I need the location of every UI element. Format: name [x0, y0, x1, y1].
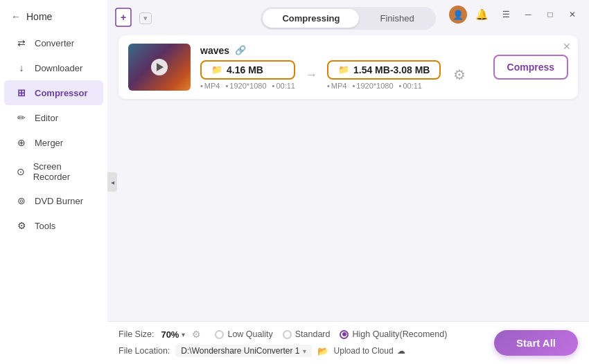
sidebar-item-downloader[interactable]: ↓ Downloader: [4, 55, 103, 80]
percent-chevron-icon: ▾: [182, 331, 185, 338]
quality-high-label: High Quality(Recomend): [352, 329, 447, 339]
tab-finished[interactable]: Finished: [360, 9, 433, 28]
original-size-value: 4.16 MB: [227, 64, 263, 75]
sidebar-item-tools[interactable]: ⚙ Tools: [4, 213, 103, 238]
sidebar-label-compressor: Compressor: [35, 88, 88, 98]
compressor-icon: ⊞: [15, 87, 28, 99]
bottom-left-panel: File Size: 70% ▾ ⚙ Low Quality Standard: [118, 329, 487, 357]
add-file-button[interactable]: + ▾: [114, 7, 152, 29]
home-label: Home: [26, 11, 52, 22]
svg-text:+: +: [121, 12, 126, 23]
dvd-burner-icon: ⊚: [15, 194, 28, 207]
location-chevron-icon: ▾: [303, 347, 306, 355]
main-content: 👤 🔔 ☰ ─ □ ✕ + ▾ Compressing Finished: [107, 0, 589, 364]
compressed-folder-icon: 📁: [338, 64, 349, 75]
percent-value: 70%: [161, 329, 179, 340]
file-sizes-row: 📁 4.16 MB • MP4 • 1920*1080 • 00:11 →: [200, 60, 484, 90]
sidebar-collapse-button[interactable]: ◂: [107, 172, 117, 192]
external-link-icon[interactable]: 🔗: [235, 45, 246, 55]
screen-recorder-icon: ⊙: [15, 165, 26, 178]
quality-standard-radio[interactable]: [283, 330, 292, 339]
add-file-icon: +: [114, 7, 137, 29]
quality-options: Low Quality Standard High Quality(Recome…: [215, 329, 447, 339]
compressed-size-value: 1.54 MB-3.08 MB: [353, 64, 430, 75]
compressed-format: • MP4: [327, 82, 346, 90]
merger-icon: ⊕: [15, 136, 28, 149]
compressed-duration: • 00:11: [399, 82, 422, 90]
minimize-button[interactable]: ─: [518, 7, 538, 22]
editor-icon: ✏: [15, 111, 28, 124]
compressed-resolution: • 1920*1080: [352, 82, 393, 90]
sidebar-item-dvd-burner[interactable]: ⊚ DVD Burner: [4, 188, 103, 213]
back-home-button[interactable]: ← Home: [0, 6, 107, 30]
tab-compressing[interactable]: Compressing: [263, 9, 359, 28]
file-location-row: File Location: D:\Wondershare UniConvert…: [118, 345, 487, 357]
browse-folder-icon[interactable]: 📂: [317, 346, 328, 356]
content-area: waves 🔗 📁 4.16 MB • MP4 • 1920*1080 •: [107, 35, 589, 321]
location-path-value: D:\Wondershare UniConverter 1: [181, 346, 299, 356]
quality-high-radio-inner: [342, 332, 346, 336]
quality-low-radio[interactable]: [215, 330, 224, 339]
upload-cloud-button[interactable]: Upload to Cloud ☁: [334, 346, 405, 356]
cloud-icon: ☁: [397, 346, 405, 356]
original-file-info: 📁 4.16 MB • MP4 • 1920*1080 • 00:11: [200, 60, 295, 90]
file-name: waves: [200, 45, 229, 56]
sidebar-item-compressor[interactable]: ⊞ Compressor: [4, 80, 103, 105]
quality-gear-icon[interactable]: ⚙: [192, 329, 201, 340]
file-location-label: File Location:: [118, 346, 170, 356]
location-path-selector[interactable]: D:\Wondershare UniConverter 1 ▾: [175, 345, 311, 357]
converter-icon: ⇄: [15, 37, 28, 49]
quality-low-option[interactable]: Low Quality: [215, 329, 272, 339]
notification-bell-icon[interactable]: 🔔: [473, 6, 491, 24]
file-size-label: File Size:: [118, 329, 154, 339]
quality-standard-option[interactable]: Standard: [283, 329, 331, 339]
compressed-file-info: 📁 1.54 MB-3.08 MB • MP4 • 1920*1080 • 00…: [327, 60, 441, 90]
sidebar: ← Home ⇄ Converter ↓ Downloader ⊞ Compre…: [0, 0, 107, 364]
sidebar-label-tools: Tools: [35, 221, 55, 231]
original-format: • MP4: [200, 82, 220, 90]
menu-button[interactable]: ☰: [496, 7, 516, 22]
tabs-container: Compressing Finished: [261, 7, 435, 30]
sidebar-label-merger: Merger: [35, 138, 63, 148]
sidebar-label-editor: Editor: [35, 113, 58, 123]
play-triangle-icon: [157, 63, 164, 71]
sidebar-item-converter[interactable]: ⇄ Converter: [4, 30, 103, 55]
start-all-button[interactable]: Start All: [494, 330, 578, 356]
arrow-right-icon: →: [305, 68, 317, 82]
original-size-box: 📁 4.16 MB: [200, 60, 295, 80]
file-info: waves 🔗 📁 4.16 MB • MP4 • 1920*1080 •: [200, 45, 484, 90]
compressed-size-box: 📁 1.54 MB-3.08 MB: [327, 60, 441, 80]
sidebar-label-screen-recorder: Screen Recorder: [33, 161, 92, 182]
add-file-dropdown-icon[interactable]: ▾: [139, 12, 152, 24]
file-close-button[interactable]: ✕: [563, 41, 571, 52]
bottom-bar: File Size: 70% ▾ ⚙ Low Quality Standard: [107, 321, 589, 364]
user-avatar[interactable]: 👤: [449, 6, 467, 24]
sidebar-label-dvd-burner: DVD Burner: [35, 196, 83, 206]
play-button[interactable]: [151, 59, 168, 75]
compress-button[interactable]: Compress: [493, 55, 568, 80]
quality-standard-label: Standard: [295, 329, 331, 339]
downloader-icon: ↓: [15, 62, 28, 74]
quality-low-label: Low Quality: [227, 329, 272, 339]
back-arrow-icon: ←: [11, 11, 21, 22]
file-card: waves 🔗 📁 4.16 MB • MP4 • 1920*1080 •: [118, 35, 578, 99]
settings-icon[interactable]: ⚙: [453, 66, 466, 83]
titlebar: 👤 🔔 ☰ ─ □ ✕: [442, 0, 589, 29]
upload-cloud-label: Upload to Cloud: [334, 346, 394, 356]
file-size-row: File Size: 70% ▾ ⚙ Low Quality Standard: [118, 329, 487, 340]
quality-high-radio[interactable]: [340, 330, 349, 339]
tools-icon: ⚙: [15, 219, 28, 232]
sidebar-label-converter: Converter: [35, 38, 74, 48]
sidebar-item-editor[interactable]: ✏ Editor: [4, 105, 103, 130]
sidebar-item-merger[interactable]: ⊕ Merger: [4, 130, 103, 155]
percent-selector[interactable]: 70% ▾: [161, 329, 185, 340]
file-name-row: waves 🔗: [200, 45, 484, 56]
quality-high-option[interactable]: High Quality(Recomend): [340, 329, 447, 339]
folder-icon: 📁: [211, 64, 222, 75]
original-duration: • 00:11: [272, 82, 295, 90]
sidebar-item-screen-recorder[interactable]: ⊙ Screen Recorder: [4, 155, 103, 188]
maximize-button[interactable]: □: [540, 7, 560, 22]
original-file-meta: • MP4 • 1920*1080 • 00:11: [200, 82, 295, 90]
close-button[interactable]: ✕: [563, 7, 582, 22]
file-thumbnail[interactable]: [128, 44, 191, 91]
